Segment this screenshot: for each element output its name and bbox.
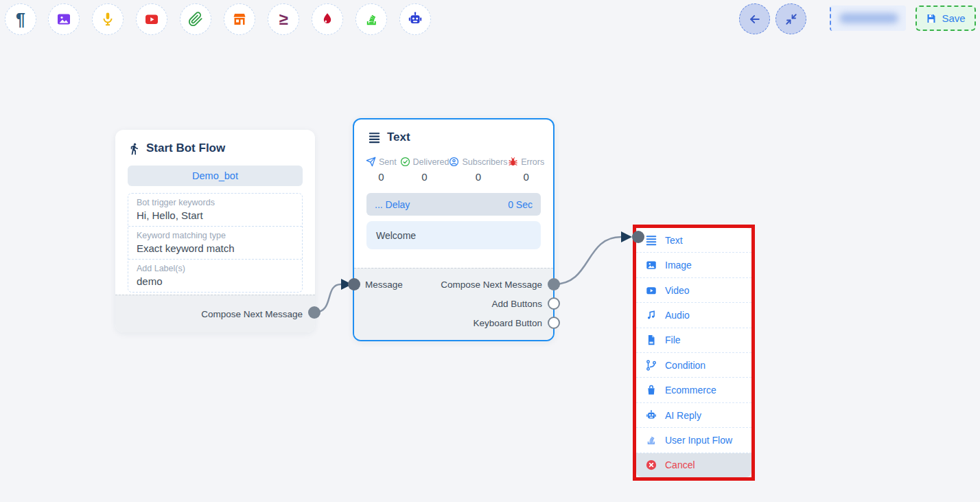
menu-item-ecommerce[interactable]: Ecommerce	[636, 378, 751, 402]
menu-item-label: Ecommerce	[665, 385, 716, 396]
stat-label: Sent	[379, 157, 397, 167]
text-node-output-keyboard-handle[interactable]	[548, 317, 560, 329]
menu-item-label: Text	[665, 235, 683, 246]
menu-item-user-input-flow[interactable]: User Input Flow	[636, 428, 751, 453]
message-content-row[interactable]: Welcome	[366, 221, 541, 249]
context-menu-list: Text Image Video Audio File Condition Ec…	[636, 228, 751, 477]
text-node-output-add-buttons-handle[interactable]	[548, 297, 560, 310]
droplet-icon	[320, 12, 335, 27]
start-node-output-handle[interactable]	[308, 306, 320, 319]
menu-item-ai-reply[interactable]: AI Reply	[636, 403, 751, 428]
menu-item-label: Condition	[665, 360, 705, 371]
text-node-footer: Message Compose Next Message Add Buttons…	[354, 268, 553, 340]
field-bot-trigger-keywords[interactable]: Bot trigger keywords Hi, Hello, Start	[128, 194, 302, 227]
stat-sent: Sent 0	[362, 157, 400, 183]
text-node-input-handle[interactable]	[348, 278, 360, 290]
compose-next-message-label: Compose Next Message	[441, 279, 542, 290]
menu-lines-icon	[368, 131, 381, 144]
menu-item-text[interactable]: Text	[636, 228, 751, 253]
menu-item-file[interactable]: File	[636, 328, 751, 353]
paperclip-icon	[188, 12, 203, 27]
menu-item-label: File	[665, 334, 681, 345]
add-node-context-menu: Text Image Video Audio File Condition Ec…	[633, 225, 755, 481]
ai-reply-icon	[645, 409, 657, 422]
field-value: Hi, Hello, Start	[137, 209, 294, 221]
stat-errors: Errors 0	[507, 157, 545, 183]
start-node-title: Start Bot Flow	[146, 141, 225, 155]
toolbar-file-button[interactable]	[180, 3, 211, 35]
text-node[interactable]: Text Sent 0 Delivered 0 Subscribers 0	[353, 118, 555, 341]
stat-label: Delivered	[413, 157, 450, 167]
walking-person-icon	[128, 142, 141, 155]
field-value: demo	[137, 275, 294, 287]
save-icon	[926, 13, 937, 24]
subscriber-icon	[449, 157, 459, 167]
field-keyword-matching-type[interactable]: Keyword matching type Exact keyword matc…	[128, 227, 302, 260]
toolbar-ai-reply-button[interactable]	[399, 3, 431, 35]
delay-row[interactable]: ... Delay 0 Sec	[366, 193, 541, 216]
toolbar-user-input-flow-button[interactable]	[355, 3, 387, 35]
back-button[interactable]	[739, 3, 770, 34]
toolbar-text-button[interactable]: ¶	[5, 3, 36, 35]
save-button[interactable]: Save	[915, 5, 976, 31]
keyboard-button-label: Keyboard Button	[473, 318, 542, 328]
ecommerce-icon	[645, 384, 657, 396]
start-node-footer: Compose Next Message	[115, 295, 315, 332]
text-node-output-compose-handle[interactable]	[548, 278, 560, 290]
stat-value: 0	[449, 171, 507, 183]
menu-item-image[interactable]: Image	[636, 253, 751, 277]
stat-value: 0	[362, 171, 400, 183]
video-icon	[645, 284, 657, 297]
cancel-icon	[645, 459, 657, 471]
check-circle-icon	[400, 157, 410, 167]
pilcrow-icon: ¶	[16, 11, 25, 28]
file-icon	[645, 334, 657, 346]
robot-icon	[407, 11, 423, 27]
text-node-header: Text	[354, 119, 553, 147]
menu-item-video[interactable]: Video	[636, 278, 751, 303]
user-input-flow-icon	[645, 434, 657, 446]
toolbar-audio-button[interactable]	[92, 3, 124, 35]
toolbar-image-button[interactable]	[48, 3, 80, 35]
redacted-button[interactable]	[830, 5, 906, 31]
delay-label: ... Delay	[375, 199, 410, 210]
field-label: Keyword matching type	[137, 231, 294, 240]
context-menu-input-handle[interactable]	[632, 231, 644, 243]
fit-view-button[interactable]	[775, 3, 806, 34]
save-button-label: Save	[942, 12, 965, 24]
start-node-header: Start Bot Flow	[115, 130, 315, 159]
microphone-icon	[100, 11, 116, 27]
youtube-icon	[143, 11, 160, 27]
toolbar-ecommerce-button[interactable]	[224, 3, 255, 35]
stack-icon	[364, 12, 380, 27]
audio-icon	[645, 309, 657, 321]
menu-item-audio[interactable]: Audio	[636, 303, 751, 328]
message-input-label: Message	[365, 279, 403, 290]
greater-equal-icon: ≥	[279, 11, 288, 27]
bot-name-button[interactable]: Demo_bot	[128, 166, 303, 186]
menu-item-label: User Input Flow	[665, 435, 732, 446]
toolbar-drip-button[interactable]	[312, 3, 343, 35]
stat-delivered: Delivered 0	[400, 157, 450, 183]
menu-item-label: Audio	[665, 310, 690, 321]
stat-value: 0	[507, 171, 545, 183]
toolbar-video-button[interactable]	[136, 3, 167, 35]
field-add-labels[interactable]: Add Label(s) demo	[128, 260, 302, 292]
stat-value: 0	[400, 171, 450, 183]
menu-item-condition[interactable]: Condition	[636, 353, 751, 378]
store-icon	[231, 11, 248, 27]
compress-icon	[785, 13, 797, 25]
stat-label: Errors	[521, 157, 544, 167]
bug-icon	[508, 157, 518, 167]
start-bot-flow-node[interactable]: Start Bot Flow Demo_bot Bot trigger keyw…	[115, 130, 315, 332]
field-label: Add Label(s)	[137, 264, 294, 273]
field-label: Bot trigger keywords	[137, 198, 294, 207]
menu-item-cancel[interactable]: Cancel	[636, 453, 751, 477]
menu-item-label: Video	[665, 285, 690, 296]
toolbar-condition-button[interactable]: ≥	[268, 3, 299, 35]
menu-item-label: Image	[665, 260, 692, 271]
send-icon	[366, 157, 376, 167]
text-node-stats: Sent 0 Delivered 0 Subscribers 0 Errors …	[354, 147, 553, 183]
stat-label: Subscribers	[462, 157, 507, 167]
arrow-left-icon	[748, 12, 762, 26]
